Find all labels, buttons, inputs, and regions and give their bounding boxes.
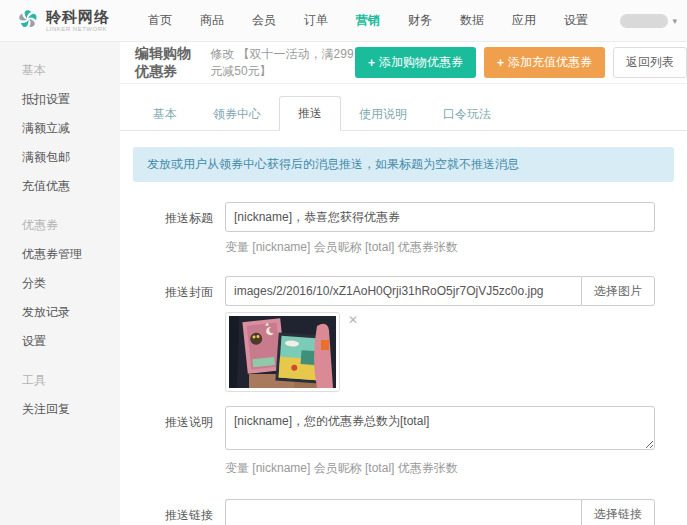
- cover-preview-image: [229, 316, 336, 388]
- push-link-input[interactable]: [225, 499, 581, 525]
- brand-logo: 聆科网络 LINKER NETWORK: [16, 7, 134, 34]
- chevron-down-icon: ▾: [672, 16, 677, 26]
- push-desc-textarea[interactable]: [nickname]，您的优惠券总数为[total]: [225, 406, 655, 450]
- sidebar-section-coupon: 优惠券: [0, 211, 120, 240]
- page-header: 编辑购物优惠券 修改 【双十一活动，满299元减50元】 +添加购物优惠券 +添…: [120, 42, 687, 84]
- sidebar-item-deduction-settings[interactable]: 抵扣设置: [0, 85, 120, 114]
- sidebar-section-basic: 基本: [0, 56, 120, 85]
- top-nav: 首页 商品 会员 订单 营销 财务 数据 应用 设置: [134, 12, 602, 29]
- nav-item-apps[interactable]: 应用: [498, 12, 550, 29]
- app-window: 聆科网络 LINKER NETWORK 首页 商品 会员 订单 营销 财务 数据…: [0, 0, 687, 525]
- nav-item-finance[interactable]: 财务: [394, 12, 446, 29]
- sidebar-item-free-shipping[interactable]: 满额包邮: [0, 143, 120, 172]
- choose-image-button[interactable]: 选择图片: [581, 276, 655, 306]
- choose-link-button[interactable]: 选择链接: [581, 499, 655, 525]
- brand-subtitle: LINKER NETWORK: [46, 26, 110, 32]
- sidebar: 基本 抵扣设置 满额立减 满额包邮 充值优惠 优惠券 优惠券管理 分类 发放记录…: [0, 42, 120, 525]
- add-recharge-coupon-button[interactable]: +添加充值优惠券: [484, 47, 605, 78]
- pinwheel-logo-icon: [16, 7, 40, 34]
- nav-item-data[interactable]: 数据: [446, 12, 498, 29]
- nav-item-marketing[interactable]: 营销: [342, 12, 394, 29]
- nav-item-members[interactable]: 会员: [238, 12, 290, 29]
- push-desc-label: 推送说明: [135, 406, 225, 491]
- tab-bar: 基本 领券中心 推送 使用说明 口令玩法: [120, 84, 687, 131]
- user-menu[interactable]: ▾: [620, 14, 677, 28]
- sidebar-item-settings[interactable]: 设置: [0, 327, 120, 356]
- page-subtitle: 修改 【双十一活动，满299元减50元】: [210, 46, 355, 80]
- tab-password-play[interactable]: 口令玩法: [425, 98, 509, 131]
- push-cover-input[interactable]: [225, 276, 581, 306]
- push-cover-label: 推送封面: [135, 276, 225, 392]
- push-title-label: 推送标题: [135, 202, 225, 270]
- sidebar-item-issue-records[interactable]: 发放记录: [0, 298, 120, 327]
- nav-item-products[interactable]: 商品: [186, 12, 238, 29]
- tab-basic[interactable]: 基本: [135, 98, 195, 131]
- nav-item-orders[interactable]: 订单: [290, 12, 342, 29]
- push-desc-helper: 变量 [nickname] 会员昵称 [total] 优惠券张数: [225, 460, 655, 477]
- push-settings-form: 推送标题 变量 [nickname] 会员昵称 [total] 优惠券张数 推送…: [120, 202, 687, 525]
- sidebar-item-full-reduction[interactable]: 满额立减: [0, 114, 120, 143]
- brand-name: 聆科网络: [46, 9, 110, 24]
- push-link-label: 推送链接: [135, 499, 225, 525]
- plus-icon: +: [497, 56, 504, 70]
- info-alert: 发放或用户从领券中心获得后的消息推送，如果标题为空就不推送消息: [133, 147, 674, 182]
- tab-push[interactable]: 推送: [279, 96, 341, 131]
- page-title: 编辑购物优惠券: [135, 45, 204, 81]
- add-shop-coupon-button[interactable]: +添加购物优惠券: [355, 47, 476, 78]
- top-bar: 聆科网络 LINKER NETWORK 首页 商品 会员 订单 营销 财务 数据…: [0, 0, 687, 42]
- back-to-list-button-top[interactable]: 返回列表: [613, 47, 687, 78]
- user-avatar: [620, 14, 668, 28]
- sidebar-item-coupon-management[interactable]: 优惠券管理: [0, 240, 120, 269]
- push-title-helper: 变量 [nickname] 会员昵称 [total] 优惠券张数: [225, 239, 655, 256]
- sidebar-section-tools: 工具: [0, 366, 120, 395]
- push-title-input[interactable]: [225, 202, 655, 232]
- main-content: 编辑购物优惠券 修改 【双十一活动，满299元减50元】 +添加购物优惠券 +添…: [120, 42, 687, 525]
- sidebar-item-recharge-offer[interactable]: 充值优惠: [0, 172, 120, 201]
- sidebar-item-follow-reply[interactable]: 关注回复: [0, 395, 120, 424]
- cover-preview-thumbnail: [225, 312, 340, 392]
- sidebar-item-categories[interactable]: 分类: [0, 269, 120, 298]
- tab-usage-instructions[interactable]: 使用说明: [341, 98, 425, 131]
- plus-icon: +: [368, 56, 375, 70]
- nav-item-settings[interactable]: 设置: [550, 12, 602, 29]
- remove-cover-icon[interactable]: ✕: [348, 314, 358, 326]
- nav-item-home[interactable]: 首页: [134, 12, 186, 29]
- tab-coupon-center[interactable]: 领券中心: [195, 98, 279, 131]
